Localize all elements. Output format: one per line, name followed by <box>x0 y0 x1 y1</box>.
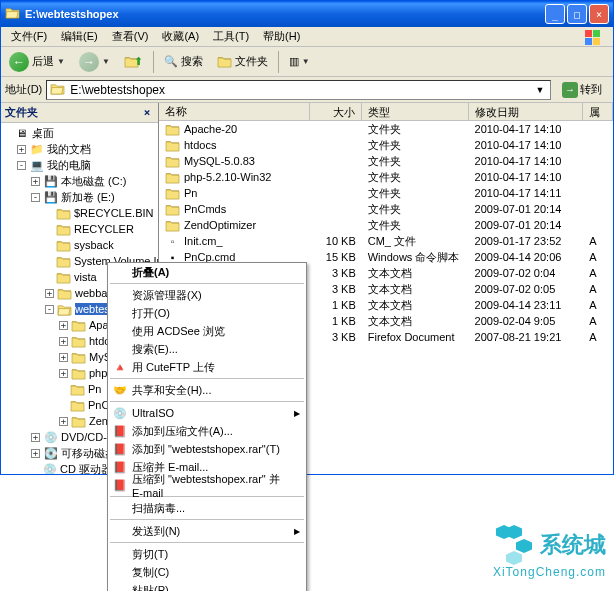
expand-toggle[interactable]: + <box>31 433 40 442</box>
expand-toggle[interactable]: + <box>31 449 40 458</box>
file-attr: A <box>583 283 613 295</box>
minimize-button[interactable]: _ <box>545 4 565 24</box>
context-menu-item[interactable]: 📕添加到压缩文件(A)... <box>108 422 306 440</box>
menu-help[interactable]: 帮助(H) <box>257 27 306 46</box>
menu-tools[interactable]: 工具(T) <box>207 27 255 46</box>
address-dropdown[interactable]: ▼ <box>533 85 547 95</box>
expand-toggle[interactable]: - <box>31 193 40 202</box>
expand-toggle[interactable]: + <box>17 145 26 154</box>
context-menu-item[interactable]: 💿UltraISO <box>108 404 306 422</box>
context-menu-item[interactable]: 📕压缩到 "webtestshopex.rar" 并 E-mail <box>108 476 306 494</box>
expand-toggle[interactable]: + <box>45 289 54 298</box>
folder-icon <box>165 138 180 152</box>
tree-node[interactable]: +📁我的文档 <box>1 141 158 157</box>
file-icon: ▫ <box>165 234 180 248</box>
rar-icon: 📕 <box>112 441 128 457</box>
maximize-button[interactable]: □ <box>567 4 587 24</box>
expand-toggle[interactable]: - <box>45 305 54 314</box>
file-modified: 2010-04-17 14:10 <box>469 171 584 183</box>
tree-node[interactable]: -💾新加卷 (E:) <box>1 189 158 205</box>
file-type: CM_ 文件 <box>362 234 469 249</box>
context-menu-item[interactable]: 使用 ACDSee 浏览 <box>108 322 306 340</box>
desktop-icon: 🖥 <box>14 126 29 140</box>
expand-toggle[interactable]: + <box>59 369 68 378</box>
context-menu-item[interactable]: 🔺用 CuteFTP 上传 <box>108 358 306 376</box>
file-attr: A <box>583 299 613 311</box>
tree-node[interactable]: -💻我的电脑 <box>1 157 158 173</box>
context-menu-item[interactable]: 剪切(T) <box>108 545 306 563</box>
folder-icon <box>165 218 180 232</box>
expand-toggle[interactable]: + <box>59 321 68 330</box>
col-attr[interactable]: 属性 <box>583 103 613 120</box>
tree-node[interactable]: sysback <box>1 237 158 253</box>
file-row[interactable]: MySQL-5.0.83文件夹2010-04-17 14:10 <box>159 153 613 169</box>
context-menu-item[interactable]: 🤝共享和安全(H)... <box>108 381 306 399</box>
folder-icon <box>71 334 86 348</box>
file-type: 文本文档 <box>362 266 469 281</box>
context-menu-item[interactable]: 复制(C) <box>108 563 306 581</box>
tree-node[interactable]: RECYCLER <box>1 221 158 237</box>
col-size[interactable]: 大小 <box>310 103 362 120</box>
context-menu-item[interactable]: 发送到(N) <box>108 522 306 540</box>
folder-icon <box>57 286 72 300</box>
file-size: 10 KB <box>310 235 362 247</box>
col-type[interactable]: 类型 <box>362 103 469 120</box>
close-button[interactable]: × <box>589 4 609 24</box>
context-menu-item[interactable]: 粘贴(P) <box>108 581 306 591</box>
expand-toggle[interactable]: + <box>31 177 40 186</box>
menu-favorites[interactable]: 收藏(A) <box>156 27 205 46</box>
tree-label: 我的电脑 <box>47 158 91 173</box>
file-name: php-5.2.10-Win32 <box>184 171 271 183</box>
context-menu-item[interactable]: 打开(O) <box>108 304 306 322</box>
expand-toggle[interactable]: + <box>59 337 68 346</box>
file-row[interactable]: ▫Init.cm_10 KBCM_ 文件2009-01-17 23:52A <box>159 233 613 249</box>
context-menu-item[interactable]: 搜索(E)... <box>108 340 306 358</box>
watermark-icon <box>494 525 534 565</box>
context-menu-item[interactable]: 折叠(A) <box>108 263 306 281</box>
menu-view[interactable]: 查看(V) <box>106 27 155 46</box>
file-attr: A <box>583 315 613 327</box>
titlebar[interactable]: E:\webtestshopex _ □ × <box>1 1 613 27</box>
file-row[interactable]: Apache-20文件夹2010-04-17 14:10 <box>159 121 613 137</box>
search-button[interactable]: 🔍搜索 <box>160 52 207 71</box>
tree-node[interactable]: +💾本地磁盘 (C:) <box>1 173 158 189</box>
file-size: 1 KB <box>310 299 362 311</box>
tree-node[interactable]: $RECYCLE.BIN <box>1 205 158 221</box>
go-button[interactable]: →转到 <box>555 79 609 101</box>
expand-toggle[interactable]: + <box>59 417 68 426</box>
tree-label: sysback <box>74 239 114 251</box>
file-type: 文本文档 <box>362 314 469 329</box>
file-row[interactable]: htdocs文件夹2010-04-17 14:10 <box>159 137 613 153</box>
file-row[interactable]: php-5.2.10-Win32文件夹2010-04-17 14:10 <box>159 169 613 185</box>
forward-button[interactable]: →▼ <box>75 50 114 74</box>
expand-toggle[interactable]: + <box>59 353 68 362</box>
file-name: PnCmds <box>184 203 226 215</box>
context-menu: 折叠(A)资源管理器(X)打开(O)使用 ACDSee 浏览搜索(E)...🔺用… <box>107 262 307 591</box>
context-menu-item[interactable]: 📕添加到 "webtestshopex.rar"(T) <box>108 440 306 458</box>
menu-edit[interactable]: 编辑(E) <box>55 27 104 46</box>
file-modified: 2010-04-17 14:10 <box>469 155 584 167</box>
menu-file[interactable]: 文件(F) <box>5 27 53 46</box>
file-modified: 2010-04-17 14:11 <box>469 187 584 199</box>
col-name[interactable]: 名称 <box>159 103 310 120</box>
file-type: 文件夹 <box>362 218 469 233</box>
expand-toggle[interactable]: - <box>17 161 26 170</box>
context-menu-item[interactable]: 资源管理器(X) <box>108 286 306 304</box>
file-modified: 2009-07-01 20:14 <box>469 203 584 215</box>
folder-icon <box>50 82 66 98</box>
context-menu-label: UltraISO <box>132 407 174 419</box>
search-icon: 🔍 <box>164 55 178 68</box>
file-row[interactable]: Pn文件夹2010-04-17 14:11 <box>159 185 613 201</box>
context-menu-item[interactable]: 扫描病毒... <box>108 499 306 517</box>
folders-button[interactable]: 文件夹 <box>213 52 272 71</box>
address-input[interactable]: E:\webtestshopex ▼ <box>46 80 551 100</box>
file-row[interactable]: ZendOptimizer文件夹2009-07-01 20:14 <box>159 217 613 233</box>
tree-close-button[interactable]: × <box>140 106 154 120</box>
tree-node[interactable]: 🖥桌面 <box>1 125 158 141</box>
file-row[interactable]: PnCmds文件夹2009-07-01 20:14 <box>159 201 613 217</box>
views-button[interactable]: ▥▼ <box>285 53 314 70</box>
up-button[interactable]: ⬆ <box>120 53 147 70</box>
back-button[interactable]: ←后退▼ <box>5 50 69 74</box>
context-menu-label: 添加到 "webtestshopex.rar"(T) <box>132 442 280 457</box>
col-modified[interactable]: 修改日期 <box>469 103 584 120</box>
